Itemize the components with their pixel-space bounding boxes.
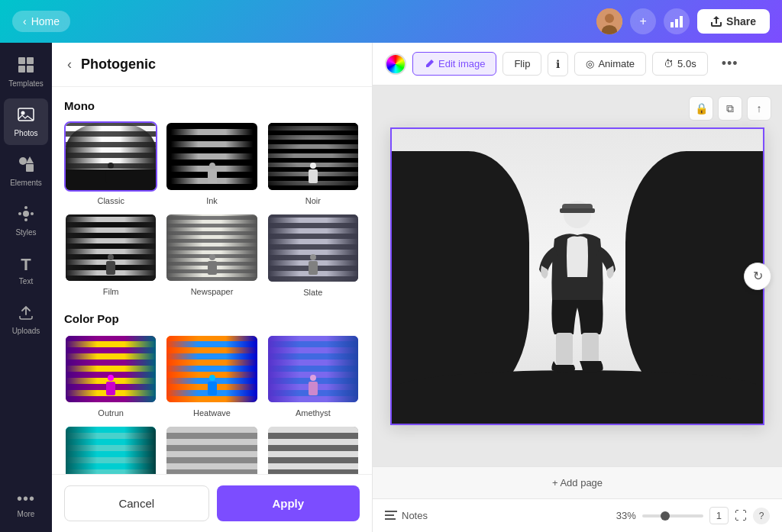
edit-image-button[interactable]: Edit image: [412, 52, 496, 76]
avatar[interactable]: [596, 8, 622, 34]
sidebar-item-styles[interactable]: Styles: [4, 198, 48, 244]
canvas-image: [392, 129, 763, 424]
sidebar-item-uploads[interactable]: Uploads: [4, 296, 48, 343]
more-options-button[interactable]: •••: [714, 50, 746, 77]
notes-button[interactable]: Notes: [385, 510, 428, 521]
fullscreen-button[interactable]: ⛶: [735, 509, 747, 523]
chart-button[interactable]: [664, 8, 690, 34]
lock-button[interactable]: 🔒: [689, 96, 713, 121]
colorpop-filter-grid: Outrun: [64, 334, 360, 475]
toolbar: Edit image Flip ℹ ◎ Animate ⏱ 5.0s •••: [373, 43, 782, 85]
animate-button[interactable]: ◎ Animate: [574, 52, 646, 76]
person-silhouette: [101, 375, 121, 395]
filter-item-film[interactable]: Film: [64, 213, 157, 297]
filter-item-noir[interactable]: Noir: [267, 121, 360, 205]
filter-thumb-amethyst[interactable]: [267, 334, 360, 405]
filter-thumb-ink[interactable]: [165, 121, 258, 192]
classic-label: Classic: [97, 196, 124, 205]
filter-item-colorpop-4[interactable]: [64, 425, 157, 474]
filter-item-colorpop-5[interactable]: [165, 425, 258, 474]
share-label: Share: [726, 15, 756, 27]
sidebar-item-text[interactable]: T Text: [4, 247, 48, 293]
svg-point-19: [24, 218, 27, 221]
amethyst-label: Amethyst: [296, 408, 331, 418]
canvas-wrapper: 🔒 ⧉ ↑: [373, 85, 782, 466]
info-button[interactable]: ℹ: [548, 52, 568, 76]
home-back-button[interactable]: ‹ Home: [12, 11, 70, 32]
person-figure: [535, 193, 619, 379]
sidebar-item-elements[interactable]: Elements: [4, 148, 48, 195]
back-chevron-icon: ‹: [23, 15, 27, 27]
share-button[interactable]: Share: [697, 9, 770, 34]
filter-item-outrun[interactable]: Outrun: [64, 334, 157, 418]
duration-button[interactable]: ⏱ 5.0s: [652, 52, 708, 76]
svg-rect-7: [18, 57, 25, 64]
filter-item-slate[interactable]: Slate: [267, 213, 360, 297]
filter-thumb-noir[interactable]: [267, 121, 360, 192]
filter-item-newspaper[interactable]: Newspaper: [165, 213, 258, 297]
filter-thumb-heatwave[interactable]: [165, 334, 258, 405]
mono-section: Mono: [64, 99, 360, 297]
filter-header: ‹ Photogenic: [52, 43, 372, 87]
filter-back-button[interactable]: ‹: [64, 53, 75, 76]
filter-item-classic[interactable]: Classic: [64, 121, 157, 205]
zoom-thumb[interactable]: [661, 511, 670, 521]
person-silhouette: [202, 254, 221, 275]
zoom-controls: 33% 1 ⛶ ?: [616, 507, 770, 524]
filter-thumb-outrun[interactable]: [64, 334, 157, 405]
add-button[interactable]: +: [630, 8, 656, 34]
filter-thumb-colorpop-4[interactable]: [64, 425, 157, 474]
filter-item-colorpop-6[interactable]: [267, 425, 360, 474]
copy-button[interactable]: ⧉: [718, 96, 742, 121]
add-page-button[interactable]: + Add page: [537, 471, 618, 495]
heatwave-label: Heatwave: [193, 408, 231, 418]
filter-thumb-slate[interactable]: [267, 213, 360, 283]
page-number: 1: [716, 510, 722, 521]
page-number-button[interactable]: 1: [709, 507, 729, 524]
svg-rect-9: [18, 66, 25, 73]
color-swatch[interactable]: [385, 53, 406, 75]
zoom-track[interactable]: [642, 514, 703, 517]
outrun-label: Outrun: [98, 408, 124, 418]
refresh-icon: ↻: [753, 269, 763, 283]
canvas-refresh-button[interactable]: ↻: [744, 263, 771, 290]
help-button[interactable]: ?: [753, 508, 770, 524]
flip-button[interactable]: Flip: [502, 52, 541, 76]
filter-item-amethyst[interactable]: Amethyst: [267, 334, 360, 418]
person-silhouette: [202, 163, 221, 183]
elements-label: Elements: [10, 179, 42, 187]
svg-rect-23: [560, 208, 595, 213]
svg-rect-25: [582, 333, 599, 365]
svg-point-16: [23, 211, 29, 217]
person-silhouette: [202, 375, 221, 395]
filter-thumb-newspaper[interactable]: [165, 213, 258, 283]
canvas-controls: 🔒 ⧉ ↑: [689, 96, 771, 121]
export-button[interactable]: ↑: [747, 96, 771, 121]
filter-content: Mono: [52, 87, 372, 474]
sidebar-item-photos[interactable]: Photos: [4, 98, 48, 145]
filter-thumb-classic[interactable]: [64, 121, 157, 192]
filter-item-ink[interactable]: Ink: [165, 121, 258, 205]
bottom-bar: Notes 33% 1 ⛶ ?: [373, 498, 782, 532]
filter-panel: ‹ Photogenic Mono: [52, 43, 373, 532]
notes-label: Notes: [402, 510, 428, 521]
noir-label: Noir: [305, 196, 321, 205]
filter-item-heatwave[interactable]: Heatwave: [165, 334, 258, 418]
sidebar-item-more[interactable]: ••• More: [4, 482, 48, 526]
mono-section-title: Mono: [64, 99, 360, 112]
slate-label: Slate: [303, 288, 322, 297]
animate-icon: ◎: [586, 58, 594, 69]
home-label: Home: [31, 15, 60, 27]
film-label: Film: [103, 287, 119, 296]
svg-point-20: [18, 212, 21, 215]
app-header: ‹ Home + Share: [0, 0, 782, 43]
apply-button[interactable]: Apply: [217, 485, 360, 521]
person-silhouette: [101, 163, 121, 183]
filter-thumb-film[interactable]: [64, 213, 157, 283]
filter-thumb-colorpop-5[interactable]: [165, 425, 258, 474]
filter-thumb-colorpop-6[interactable]: [267, 425, 360, 474]
cancel-button[interactable]: Cancel: [64, 485, 209, 521]
elements-icon: [18, 156, 34, 176]
sidebar-item-templates[interactable]: Templates: [4, 49, 48, 95]
left-arch: [390, 150, 529, 401]
